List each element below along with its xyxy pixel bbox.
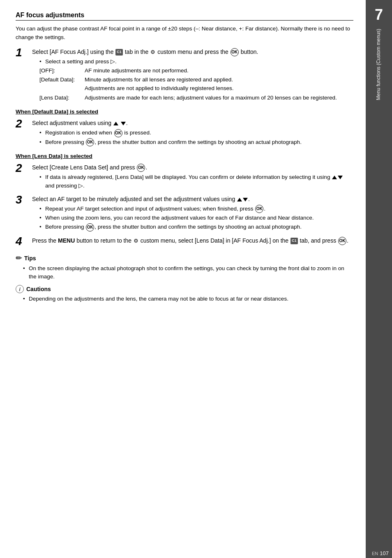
cautions-icon: i xyxy=(16,285,24,293)
main-content: AF focus adjustments You can adjust the … xyxy=(0,0,366,558)
section-title: AF focus adjustments xyxy=(16,12,353,21)
step-2b-bullets: If data is already registered, [Lens Dat… xyxy=(39,173,353,190)
tips-bullets: On the screen displaying the actual phot… xyxy=(23,264,353,281)
step-2b: 2 Select [Create Lens Data Set] and pres… xyxy=(16,163,353,191)
gear-icon: ⚙ xyxy=(150,48,155,56)
step-1-indent-block: [OFF]: AF minute adjustments are not per… xyxy=(39,67,353,102)
indent-label-lens: [Lens Data]: xyxy=(39,94,85,102)
cautions-bullets: Depending on the adjustments and the len… xyxy=(23,295,353,303)
triangle-down-icon-2a xyxy=(121,122,126,125)
step-4-text: Press the MENU button to return to the ⚙… xyxy=(32,236,353,245)
indent-label-off: [OFF]: xyxy=(39,67,85,75)
step-1-bullets: Select a setting and press ▷. xyxy=(39,58,353,66)
step-2a-bullets: Registration is ended when OK is pressed… xyxy=(39,129,353,146)
ok-icon-3-1: OK xyxy=(255,205,263,213)
menu-bold-text: MENU xyxy=(58,237,75,244)
step-4: 4 Press the MENU button to return to the… xyxy=(16,236,353,247)
step-1-content: Select [AF Focus Adj.] using the C1 tab … xyxy=(32,48,353,103)
page-number: 107 xyxy=(380,550,389,556)
ok-button-icon: OK xyxy=(231,48,239,56)
step-1-text-before: Select [AF Focus Adj.] using the xyxy=(32,49,113,55)
subsection-2-title: When [Lens Data] is selected xyxy=(16,153,353,159)
cautions-title: Cautions xyxy=(26,286,51,292)
step-1: 1 Select [AF Focus Adj.] using the C1 ta… xyxy=(16,48,353,103)
c1-tab-icon-4: C1 xyxy=(291,238,298,244)
ok-icon-3-3: OK xyxy=(86,223,94,232)
en-label: EN xyxy=(372,551,378,556)
tips-title: Tips xyxy=(24,255,36,262)
sidebar: 7 Menu functions (Custom menus) EN 107 xyxy=(366,0,392,558)
step-3-text: Select an AF target to be minutely adjus… xyxy=(32,195,353,204)
step-3-content: Select an AF target to be minutely adjus… xyxy=(32,195,353,232)
step-2a-bullet-2: Before pressing OK, press the shutter bu… xyxy=(39,138,353,146)
step-2b-text: Select [Create Lens Data Set] and press … xyxy=(32,163,353,172)
step-4-content: Press the MENU button to return to the ⚙… xyxy=(32,236,353,245)
step-1-text: Select [AF Focus Adj.] using the C1 tab … xyxy=(32,48,353,56)
step-2b-content: Select [Create Lens Data Set] and press … xyxy=(32,163,353,191)
indent-row-off: [OFF]: AF minute adjustments are not per… xyxy=(39,67,353,75)
tri-up-2b xyxy=(332,176,337,179)
step-1-text-after: custom menu and press the xyxy=(157,49,230,55)
cautions-section: i Cautions Depending on the adjustments … xyxy=(16,285,353,303)
cautions-bullet-1: Depending on the adjustments and the len… xyxy=(23,295,353,303)
indent-value-off: AF minute adjustments are not performed. xyxy=(85,67,353,75)
step-4-number: 4 xyxy=(16,236,30,247)
step-2a-number: 2 xyxy=(16,118,30,130)
ok-icon-2b: OK xyxy=(137,164,145,172)
indent-value-default: Minute adjustments for all lenses are re… xyxy=(85,76,353,93)
ok-icon-4: OK xyxy=(338,237,346,245)
subsection-1-title: When [Default Data] is selected xyxy=(16,109,353,115)
step-1-bullet-1: Select a setting and press ▷. xyxy=(39,58,353,66)
step-3-bullet-1: Repeat your AF target selection and inpu… xyxy=(39,205,353,213)
cautions-header: i Cautions xyxy=(16,285,353,293)
step-2a-content: Select adjustment values using . Registr… xyxy=(32,119,353,147)
indent-row-lens: [Lens Data]: Adjustments are made for ea… xyxy=(39,94,353,102)
sidebar-number: 7 xyxy=(375,7,383,22)
step-1-text-mid: tab in the xyxy=(125,49,150,55)
triangle-up-icon-2a xyxy=(113,122,118,125)
step-2b-bullet-1: If data is already registered, [Lens Dat… xyxy=(39,173,353,190)
tips-section: ✏ Tips On the screen displaying the actu… xyxy=(16,254,353,281)
step-1-number: 1 xyxy=(16,47,30,58)
step-2a: 2 Select adjustment values using . Regis… xyxy=(16,119,353,147)
ok-icon-2a-2: OK xyxy=(86,138,94,146)
tips-bullet-1: On the screen displaying the actual phot… xyxy=(23,264,353,281)
step-3-bullet-2: When using the zoom lens, you can record… xyxy=(39,214,353,222)
step-3: 3 Select an AF target to be minutely adj… xyxy=(16,195,353,232)
step-2b-number: 2 xyxy=(16,162,30,174)
step-2a-bullet-1: Registration is ended when OK is pressed… xyxy=(39,129,353,137)
indent-row-default: [Default Data]: Minute adjustments for a… xyxy=(39,76,353,93)
tri-down-2b xyxy=(338,176,343,179)
c1-tab-icon: C1 xyxy=(115,49,123,56)
tri-down-3 xyxy=(243,198,248,201)
tri-up-3 xyxy=(237,198,242,201)
page-container: AF focus adjustments You can adjust the … xyxy=(0,0,392,558)
page-number-box: EN 107 xyxy=(369,549,392,558)
tips-icon: ✏ xyxy=(16,254,22,263)
step-3-number: 3 xyxy=(16,194,30,206)
step-3-bullet-3: Before pressing OK, press the shutter bu… xyxy=(39,223,353,231)
step-3-bullets: Repeat your AF target selection and inpu… xyxy=(39,205,353,232)
indent-label-default: [Default Data]: xyxy=(39,76,85,93)
gear-icon-4: ⚙ xyxy=(134,237,138,245)
sidebar-text-vertical: Menu functions (Custom menus) xyxy=(376,29,382,100)
ok-icon-2a-1: OK xyxy=(114,129,122,137)
intro-text: You can adjust the phase contrast AF foc… xyxy=(16,25,353,42)
indent-value-lens: Adjustments are made for each lens; adju… xyxy=(85,94,353,102)
tips-header: ✏ Tips xyxy=(16,254,353,263)
step-1-text-end: button. xyxy=(241,49,258,55)
step-2a-text: Select adjustment values using . xyxy=(32,119,353,127)
